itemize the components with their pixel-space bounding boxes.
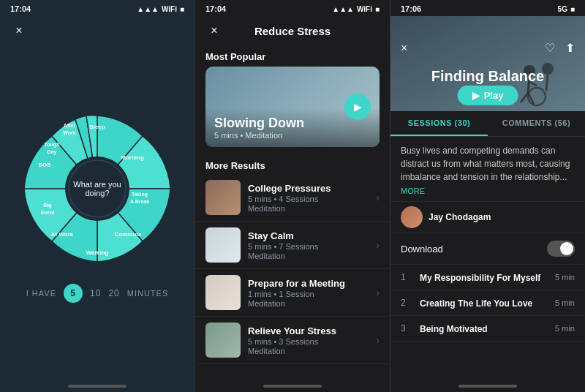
item-tag-relieve: Meditation (248, 347, 376, 355)
item-info-calm: Stay Calm 5 mins • 7 Sessions Meditation (248, 230, 376, 260)
time-10[interactable]: 10 (90, 288, 101, 298)
list-item-meeting[interactable]: Prepare for a Meeting 1 mins • 1 Session… (195, 269, 390, 317)
svg-text:SOS: SOS (39, 162, 52, 168)
session-num-1: 1 (401, 272, 412, 282)
session-info-3: Being Motivated (420, 322, 555, 335)
item-title-calm: Stay Calm (248, 230, 376, 241)
minutes-label: MINUTES (127, 289, 169, 298)
chevron-college: › (376, 192, 380, 203)
author-name: Jay Chodagam (429, 212, 491, 222)
most-popular-label: Most Popular (195, 45, 390, 67)
status-bar-3: 17:06 5G ■ (390, 0, 585, 16)
status-bar-1: 17:04 ▲▲▲ WiFi ■ (0, 0, 195, 16)
session-item-3[interactable]: 3 Being Motivated 5 min (390, 316, 585, 342)
list-item-college[interactable]: College Pressures 5 mins • 4 Sessions Me… (195, 174, 390, 222)
session-duration-3: 5 min (555, 324, 575, 333)
p3-action-icons: ♡ ⬆ (545, 41, 575, 55)
close-button-1[interactable]: × (10, 22, 28, 39)
svg-text:Tough: Tough (45, 142, 60, 148)
heart-icon[interactable]: ♡ (545, 41, 555, 55)
close-button-2[interactable]: × (205, 22, 223, 39)
session-title-2: Creating The Life You Love (420, 298, 532, 309)
battery-icon-2: ■ (375, 5, 380, 13)
item-meta-college: 5 mins • 4 Sessions (248, 195, 376, 203)
time-5-bubble[interactable]: 5 (64, 284, 83, 303)
item-meta-relieve: 5 mins • 3 Sessions (248, 337, 376, 346)
svg-text:Morning: Morning (121, 154, 144, 161)
status-icons-3: 5G ■ (558, 5, 575, 13)
list-item-calm[interactable]: Stay Calm 5 mins • 7 Sessions Meditation… (195, 222, 390, 269)
signal-icon: ▲▲▲ (137, 5, 159, 13)
item-tag-calm: Meditation (248, 252, 376, 260)
wheel-container: Sleep Morning Taking A Break Commute Wal… (0, 16, 195, 388)
more-link[interactable]: MORE (390, 186, 585, 201)
svg-text:Walking: Walking (86, 249, 108, 256)
tabs-bar: SESSIONS (30) COMMENTS (56) (390, 111, 585, 137)
download-toggle[interactable] (547, 241, 575, 257)
session-duration-2: 5 min (555, 298, 575, 307)
item-info-relieve: Relieve Your Stress 5 mins • 3 Sessions … (248, 325, 376, 355)
item-meta-calm: 5 mins • 7 Sessions (248, 242, 376, 251)
wifi-icon: WiFi (162, 5, 177, 13)
svg-text:Sleep: Sleep (89, 124, 105, 130)
item-info-college: College Pressures 5 mins • 4 Sessions Me… (248, 183, 376, 213)
chevron-relieve: › (376, 334, 380, 346)
featured-card[interactable]: Slowing Down 5 mins • Meditation ▶ (205, 67, 380, 147)
wheel-center-text: What are you doing? (68, 159, 127, 218)
close-button-3[interactable]: × (401, 42, 407, 55)
svg-text:Day: Day (48, 149, 57, 155)
thumb-college (205, 180, 241, 215)
home-indicator-1 (68, 385, 127, 388)
signal-icon-2: ▲▲▲ (332, 5, 354, 13)
more-results-label: More Results (195, 156, 390, 174)
session-title-1: My Responsibility For Myself (420, 273, 540, 283)
thumb-meeting (205, 275, 241, 310)
home-indicator-3 (458, 385, 517, 388)
session-title-3: Being Motivated (420, 324, 488, 334)
download-label: Download (401, 244, 443, 255)
play-button-featured[interactable]: ▶ (344, 94, 371, 120)
play-pill-button[interactable]: ▶ Play (458, 86, 518, 105)
p3-top-controls: × ♡ ⬆ (390, 37, 585, 59)
item-info-meeting: Prepare for a Meeting 1 mins • 1 Session… (248, 278, 376, 308)
thumb-relieve (205, 323, 241, 358)
play-label: Play (484, 90, 504, 101)
svg-text:Work: Work (63, 130, 75, 135)
session-num-3: 3 (401, 323, 412, 333)
hero-section: × ♡ ⬆ Finding Balance ▶ Play (390, 16, 585, 111)
svg-text:Taking: Taking (132, 192, 148, 197)
panel2-header: × Reduce Stress (195, 16, 390, 45)
item-tag-college: Meditation (248, 204, 376, 213)
item-title-college: College Pressures (248, 183, 376, 194)
download-row: Download (390, 233, 585, 265)
toggle-knob (560, 242, 573, 255)
panel-reduce-stress: 17:04 ▲▲▲ WiFi ■ × Reduce Stress Most Po… (195, 0, 390, 392)
featured-title: Slowing Down (214, 116, 371, 131)
svg-text:Big: Big (43, 203, 51, 208)
time-selector: I HAVE 5 10 20 MINUTES (26, 284, 168, 303)
featured-meta: 5 mins • Meditation (214, 131, 371, 140)
svg-text:A Break: A Break (130, 199, 149, 204)
author-avatar (401, 206, 423, 228)
activity-wheel[interactable]: Sleep Morning Taking A Break Commute Wal… (17, 108, 178, 269)
session-item-2[interactable]: 2 Creating The Life You Love 5 min (390, 290, 585, 316)
chevron-meeting: › (376, 287, 380, 298)
svg-text:Event: Event (40, 210, 55, 215)
list-item-relieve[interactable]: Relieve Your Stress 5 mins • 3 Sessions … (195, 317, 390, 364)
time-3: 17:06 (401, 4, 421, 13)
item-meta-meeting: 1 mins • 1 Session (248, 290, 376, 298)
tab-sessions[interactable]: SESSIONS (30) (390, 111, 488, 136)
panel-finding-balance: 17:06 5G ■ (390, 0, 585, 392)
item-title-relieve: Relieve Your Stress (248, 325, 376, 336)
time-20[interactable]: 20 (108, 288, 119, 298)
status-icons-1: ▲▲▲ WiFi ■ (137, 5, 184, 13)
panel2-title: Reduce Stress (254, 25, 331, 37)
chevron-calm: › (376, 239, 380, 251)
share-icon[interactable]: ⬆ (565, 41, 575, 55)
session-item-1[interactable]: 1 My Responsibility For Myself 5 min (390, 265, 585, 290)
svg-text:At Work: At Work (51, 231, 74, 238)
i-have-label: I HAVE (26, 289, 56, 298)
tab-comments[interactable]: COMMENTS (56) (488, 111, 585, 136)
time-1: 17:04 (10, 4, 31, 13)
status-bar-2: 17:04 ▲▲▲ WiFi ■ (195, 0, 390, 16)
